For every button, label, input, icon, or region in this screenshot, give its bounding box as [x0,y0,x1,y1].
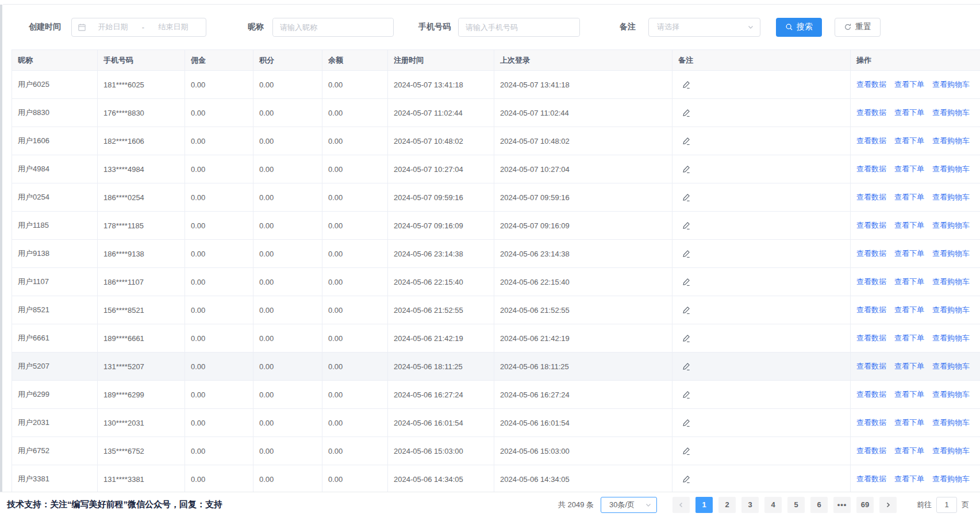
cell-nickname: 用户6752 [12,437,98,465]
page-number-button[interactable]: 6 [810,497,828,513]
view-cart-link[interactable]: 查看购物车 [932,164,970,173]
cell-last-login: 2024-05-07 09:16:09 [494,212,672,240]
view-data-link[interactable]: 查看数据 [856,474,886,483]
edit-remark-icon[interactable] [681,417,692,428]
view-cart-link[interactable]: 查看购物车 [932,390,970,399]
column-header: 上次登录 [494,50,672,71]
view-cart-link[interactable]: 查看购物车 [932,277,970,286]
edit-remark-icon[interactable] [681,361,692,372]
view-data-link[interactable]: 查看数据 [856,390,886,399]
edit-remark-icon[interactable] [681,389,692,400]
view-orders-link[interactable]: 查看下单 [894,474,924,483]
cell-points: 0.00 [253,212,322,240]
view-cart-link[interactable]: 查看购物车 [932,249,970,258]
view-orders-link[interactable]: 查看下单 [894,164,924,173]
view-data-link[interactable]: 查看数据 [856,108,886,117]
view-cart-link[interactable]: 查看购物车 [932,362,970,370]
prev-page-button[interactable] [672,497,690,513]
view-orders-link[interactable]: 查看下单 [894,193,924,201]
edit-remark-icon[interactable] [681,473,692,485]
edit-remark-icon[interactable] [681,107,692,118]
view-data-link[interactable]: 查看数据 [856,305,886,314]
view-orders-link[interactable]: 查看下单 [894,305,924,314]
page-number-button[interactable]: 3 [741,497,759,513]
view-orders-link[interactable]: 查看下单 [894,390,924,399]
calendar-icon [78,23,86,32]
view-cart-link[interactable]: 查看购物车 [932,108,970,117]
view-cart-link[interactable]: 查看购物车 [932,136,970,145]
view-orders-link[interactable]: 查看下单 [894,108,924,117]
cell-register-time: 2024-05-06 21:42:19 [388,324,494,353]
view-data-link[interactable]: 查看数据 [856,446,886,455]
edit-remark-icon[interactable] [681,220,692,231]
page-number-button[interactable]: 69 [856,497,874,513]
edit-remark-icon[interactable] [681,304,692,316]
view-data-link[interactable]: 查看数据 [856,221,886,229]
view-orders-link[interactable]: 查看下单 [894,362,924,370]
edit-remark-icon[interactable] [681,332,692,344]
page-number-button[interactable]: 1 [695,497,713,513]
view-cart-link[interactable]: 查看购物车 [932,80,970,89]
edit-remark-icon[interactable] [681,163,692,175]
cell-nickname: 用户2031 [12,409,98,437]
edit-remark-icon[interactable] [681,276,692,288]
page-size-select[interactable]: 30条/页 [601,497,657,513]
cell-commission: 0.00 [185,409,253,437]
view-cart-link[interactable]: 查看购物车 [932,193,970,201]
edit-remark-icon[interactable] [681,445,692,457]
view-cart-link[interactable]: 查看购物车 [932,418,970,427]
view-data-link[interactable]: 查看数据 [856,164,886,173]
date-separator: - [140,23,147,32]
phone-input[interactable] [459,18,579,36]
cell-remark [672,240,851,268]
view-data-link[interactable]: 查看数据 [856,193,886,201]
view-cart-link[interactable]: 查看购物车 [932,334,970,342]
view-data-link[interactable]: 查看数据 [856,418,886,427]
search-button[interactable]: 搜索 [776,18,822,37]
date-range-input[interactable]: 开始日期 - 结束日期 [71,18,206,37]
cell-commission: 0.00 [185,240,253,268]
cell-balance: 0.00 [322,324,388,353]
next-page-button[interactable] [879,497,897,513]
edit-remark-icon[interactable] [681,192,692,203]
edit-remark-icon[interactable] [681,248,692,259]
view-cart-link[interactable]: 查看购物车 [932,474,970,483]
footer-bar: 技术支持：关注“编写美好前程”微信公众号，回复：支持 共 2049 条 30条/… [0,492,980,517]
goto-page-input[interactable] [936,497,957,513]
cell-last-login: 2024-05-07 13:41:18 [494,71,672,99]
page-number-button[interactable]: 4 [764,497,782,513]
cell-points: 0.00 [253,127,322,155]
edit-remark-icon[interactable] [681,135,692,147]
remark-select[interactable]: 请选择 [648,18,760,37]
view-data-link[interactable]: 查看数据 [856,277,886,286]
page-number-button[interactable]: 2 [718,497,736,513]
cell-balance: 0.00 [322,381,388,409]
view-cart-link[interactable]: 查看购物车 [932,221,970,229]
reset-button[interactable]: 重置 [835,18,881,37]
cell-actions: 查看数据查看下单查看购物车 [851,155,980,183]
view-cart-link[interactable]: 查看购物车 [932,446,970,455]
cell-commission: 0.00 [185,99,253,127]
view-data-link[interactable]: 查看数据 [856,80,886,89]
page-number-button[interactable]: 5 [787,497,805,513]
view-orders-link[interactable]: 查看下单 [894,334,924,342]
view-orders-link[interactable]: 查看下单 [894,80,924,89]
view-orders-link[interactable]: 查看下单 [894,249,924,258]
view-orders-link[interactable]: 查看下单 [894,136,924,145]
nickname-input[interactable] [273,18,393,36]
cell-actions: 查看数据查看下单查看购物车 [851,465,980,493]
cell-nickname: 用户1107 [12,268,98,296]
view-orders-link[interactable]: 查看下单 [894,277,924,286]
view-orders-link[interactable]: 查看下单 [894,418,924,427]
view-data-link[interactable]: 查看数据 [856,362,886,370]
view-cart-link[interactable]: 查看购物车 [932,305,970,314]
pager-more-button[interactable]: ••• [833,497,851,513]
cell-phone: 131****5207 [98,353,185,381]
view-orders-link[interactable]: 查看下单 [894,221,924,229]
cell-actions: 查看数据查看下单查看购物车 [851,71,980,99]
view-data-link[interactable]: 查看数据 [856,334,886,342]
view-data-link[interactable]: 查看数据 [856,249,886,258]
edit-remark-icon[interactable] [681,79,692,90]
view-orders-link[interactable]: 查看下单 [894,446,924,455]
view-data-link[interactable]: 查看数据 [856,136,886,145]
